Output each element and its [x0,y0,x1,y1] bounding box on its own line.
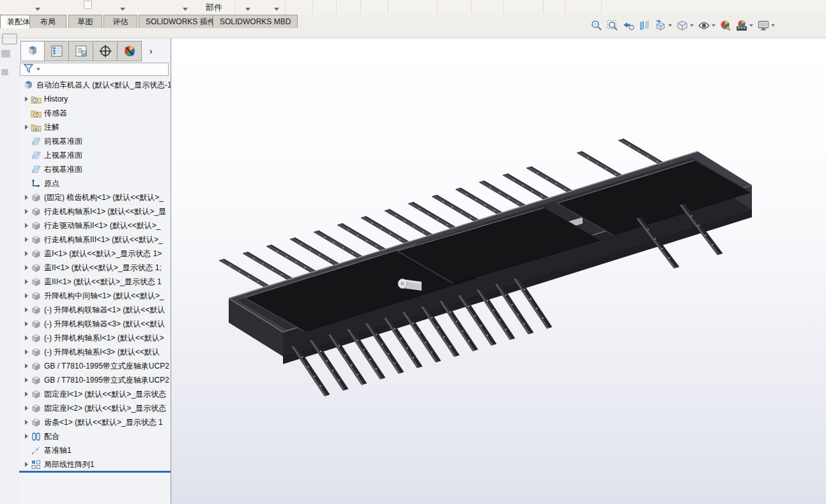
tree-item[interactable]: 行走驱动轴系II<1> (默认<<默认>_ [19,218,171,233]
tree-item[interactable]: 盖II<1> (默认<<默认>_显示状态 1; [19,261,171,275]
expand-arrow-icon[interactable] [22,392,31,397]
expand-arrow-icon[interactable] [22,265,31,270]
tree-item[interactable]: 基准轴1 [19,443,171,457]
tree-item-label: (固定) 梳齿机构<1> (默认<<默认>_ [44,192,164,203]
tree-filter-box[interactable] [20,63,169,76]
toolbar-separator [471,1,471,14]
tree-item[interactable]: 盖I<1> (默认<<默认>_显示状态 1> [19,247,171,261]
tree-item[interactable]: GB / T7810-1995带立式座轴承UCP2 [19,373,171,387]
tree-item[interactable]: 上视基准面 [19,148,171,162]
tree-item[interactable]: 行走机构轴系III<1> (默认<<默认>_ [19,233,171,247]
tree-item[interactable]: GB / T7810-1995带立式座轴承UCP2 [19,359,171,373]
toolbar-separator [235,1,236,14]
tree-item[interactable]: (-) 升降机构联轴器<1> (默认<<默认 [19,303,171,317]
display-style-icon[interactable] [675,19,689,33]
tree-item[interactable]: 固定座I<2> (默认<<默认>_显示状态 [19,401,171,415]
apply-scene-icon[interactable] [735,19,749,33]
commandmanager-tab[interactable]: SOLIDWORKS MBD [213,15,298,28]
view-settings-icon[interactable] [756,19,770,33]
checkbox-icon[interactable] [84,1,92,9]
tree-item[interactable]: 升降机构中间轴<1> (默认<<默认>_ [19,289,171,303]
plane-icon [31,164,42,175]
previous-view-icon[interactable] [622,19,636,33]
tree-item[interactable]: (-) 升降机构轴系I<1> (默认<<默认> [19,331,171,345]
commandmanager-tab[interactable]: 草图 [68,15,102,28]
expand-arrow-icon[interactable] [22,462,31,467]
tree-item[interactable]: 盖III<1> (默认<<默认>_显示状态 1 [19,275,171,289]
tree-item[interactable]: (固定) 梳齿机构<1> (默认<<默认>_ [19,190,171,204]
tree-item[interactable]: 传感器 [19,106,171,120]
expand-arrow-icon[interactable] [22,195,31,200]
tree-item[interactable]: 自动泊车机器人 (默认<默认_显示状态-1 [19,78,171,92]
chevron-down-icon[interactable] [36,68,40,71]
hide-show-items-icon[interactable] [697,19,711,33]
origin-icon [31,178,42,189]
axis-icon [31,445,42,456]
chevron-down-icon[interactable] [274,8,279,11]
tree-item-label: 注解 [44,122,59,133]
chevron-down-icon[interactable] [183,8,188,11]
edit-appearance-icon[interactable] [719,19,733,33]
expand-arrow-icon[interactable] [22,307,31,312]
tree-item[interactable]: 行走机构轴系I<1> (默认<<默认>_显 [19,204,171,218]
section-view-icon[interactable] [638,19,652,33]
displaymanager-tab[interactable] [118,41,142,61]
expand-arrow-icon[interactable] [22,251,31,256]
featuremanager-design-tree-tab[interactable] [20,41,45,61]
tree-item[interactable]: 原点 [19,176,171,190]
panel-expand-chevron[interactable]: › [149,46,153,56]
rollback-bar[interactable] [19,471,171,473]
dimxpertmanager-tab[interactable] [93,41,118,61]
tree-item[interactable]: 齿条<1> (默认<<默认>_显示状态 1 [19,415,171,429]
propertymanager-tab[interactable] [45,41,69,61]
chevron-down-icon[interactable] [712,24,715,27]
tree-item[interactable]: 右视基准面 [19,162,171,176]
expand-arrow-icon[interactable] [22,406,31,411]
expand-arrow-icon[interactable] [22,335,31,340]
chevron-down-icon[interactable] [668,24,672,27]
expand-arrow-icon[interactable] [22,223,31,228]
commandmanager-tab[interactable]: 布局 [29,15,66,28]
chevron-down-icon[interactable] [690,24,694,27]
expand-arrow-icon[interactable] [22,209,31,214]
tree-item-label: 盖II<1> (默认<<默认>_显示状态 1; [44,263,162,273]
chevron-down-icon[interactable] [245,8,250,11]
tree-item[interactable]: 固定座I<1> (默认<<默认>_显示状态 [19,387,171,401]
tree-item[interactable]: History [19,92,171,106]
chevron-down-icon[interactable] [771,24,775,27]
configurationmanager-tab[interactable] [69,41,93,61]
graphics-viewport[interactable] [171,38,826,504]
commandmanager-tab[interactable]: 评估 [103,15,137,28]
expand-arrow-icon[interactable] [22,378,31,383]
chevron-down-icon[interactable] [749,24,753,27]
expand-arrow-icon[interactable] [22,420,31,425]
expand-arrow-icon[interactable] [22,279,31,284]
view-orientation-icon[interactable] [654,19,668,33]
parking-robot-3d-model[interactable] [171,38,826,504]
expand-arrow-icon[interactable] [22,321,31,326]
tree-item[interactable]: (-) 升降机构轴系I<3> (默认<<默认 [19,345,171,359]
commandmanager-tab[interactable]: SOLIDWORKS 插件 [139,15,222,28]
expand-arrow-icon[interactable] [22,96,31,102]
expand-arrow-icon[interactable] [22,125,31,130]
zoom-to-fit-icon[interactable] [590,19,604,33]
part-icon [31,192,42,203]
expand-arrow-icon[interactable] [22,237,31,242]
tree-item-label: 自动泊车机器人 (默认<默认_显示状态-1 [36,80,171,91]
component-menu-label[interactable]: 部件 [206,2,222,13]
tree-item[interactable]: 前视基准面 [19,134,171,148]
tree-item[interactable]: 配合 [19,429,171,443]
tree-item[interactable]: (-) 升降机构联轴器<3> (默认<<默认 [19,317,171,331]
part-icon [31,347,42,358]
tree-item-label: (-) 升降机构联轴器<1> (默认<<默认 [44,305,165,316]
filter-funnel-icon[interactable] [23,63,34,75]
tree-item[interactable]: A注解 [19,120,171,134]
tree-item[interactable]: 局部线性阵列1 [19,457,171,471]
expand-arrow-icon[interactable] [22,349,31,355]
expand-arrow-icon[interactable] [22,363,31,369]
chevron-down-icon[interactable] [35,8,40,11]
expand-arrow-icon[interactable] [22,293,31,298]
zoom-to-area-icon[interactable] [606,19,620,33]
chevron-down-icon[interactable] [120,8,125,11]
expand-arrow-icon[interactable] [22,434,31,439]
